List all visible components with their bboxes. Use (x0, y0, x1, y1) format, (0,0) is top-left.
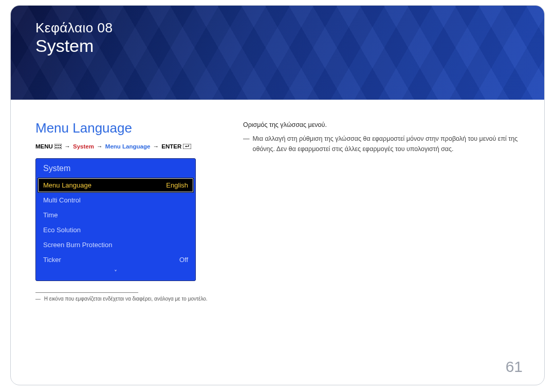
menu-grid-icon (54, 144, 62, 150)
osd-row-label: Ticker (43, 256, 61, 264)
nav-enter-label: ENTER (161, 143, 181, 150)
nav-system: System (73, 143, 94, 150)
description-note: ― Μια αλλαγή στη ρύθμιση της γλώσσας θα … (243, 134, 520, 154)
osd-row-time[interactable]: Time (36, 208, 195, 222)
svg-rect-5 (58, 147, 59, 148)
osd-row-value: English (166, 181, 188, 189)
chapter-label: Κεφάλαιο 08 (35, 20, 524, 36)
right-column: Ορισμός της γλώσσας μενού. ― Μια αλλαγή … (243, 120, 520, 302)
note-text: Μια αλλαγή στη ρύθμιση της γλώσσας θα εφ… (253, 134, 520, 154)
left-column: Menu Language MENU → System → (35, 120, 220, 302)
osd-row-eco-solution[interactable]: Eco Solution (36, 222, 195, 237)
osd-row-label: Screen Burn Protection (43, 241, 112, 249)
description-intro: Ορισμός της γλώσσας μενού. (243, 120, 520, 130)
osd-row-ticker[interactable]: Ticker Off (36, 252, 195, 267)
manual-page: Κεφάλαιο 08 System Menu Language MENU (10, 5, 545, 385)
footnote-dash: ― (35, 296, 43, 302)
chevron-down-icon[interactable]: ˅ (36, 267, 195, 281)
osd-row-screen-burn-protection[interactable]: Screen Burn Protection (36, 237, 195, 252)
svg-rect-0 (54, 144, 62, 149)
section-title: Menu Language (35, 120, 220, 136)
osd-row-menu-language[interactable]: Menu Language English (38, 178, 194, 193)
osd-panel: System Menu Language English Multi Contr… (35, 158, 196, 281)
enter-icon (183, 144, 191, 150)
svg-rect-1 (55, 145, 57, 146)
chapter-header: Κεφάλαιο 08 System (11, 6, 544, 100)
arrow-icon: → (152, 143, 160, 150)
footnote-divider (35, 292, 138, 293)
svg-rect-2 (58, 145, 59, 146)
nav-menu-language: Menu Language (105, 143, 151, 150)
osd-row-value: Off (179, 256, 188, 264)
osd-row-label: Eco Solution (43, 226, 81, 234)
footnote-text: Η εικόνα που εμφανίζεται ενδέχεται να δι… (44, 296, 208, 302)
arrow-icon: → (96, 143, 104, 150)
svg-rect-3 (60, 145, 61, 146)
body: Menu Language MENU → System → (11, 100, 544, 302)
page-number: 61 (506, 358, 523, 376)
arrow-icon: → (63, 143, 71, 150)
note-dash: ― (243, 134, 250, 154)
svg-rect-6 (60, 147, 61, 148)
svg-rect-4 (55, 147, 57, 148)
osd-title: System (36, 159, 195, 178)
osd-row-multi-control[interactable]: Multi Control (36, 193, 195, 208)
osd-row-label: Menu Language (43, 181, 91, 189)
osd-row-label: Time (43, 211, 58, 219)
nav-menu-label: MENU (35, 143, 53, 150)
chapter-title: System (35, 36, 524, 56)
osd-row-label: Multi Control (43, 196, 81, 204)
footnote: ― Η εικόνα που εμφανίζεται ενδέχεται να … (35, 296, 220, 302)
navigation-path: MENU → System → Menu Language (35, 143, 220, 150)
